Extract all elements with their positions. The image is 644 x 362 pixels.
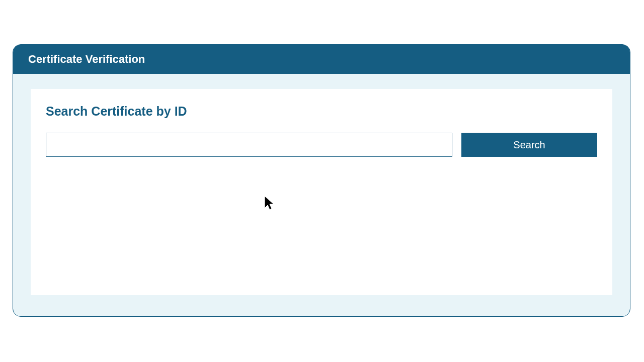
search-panel: Search Certificate by ID Search [31,89,612,295]
search-section-title: Search Certificate by ID [46,104,597,119]
card-header-title: Certificate Verification [28,53,145,66]
card-header: Certificate Verification [13,45,630,74]
card-body: Search Certificate by ID Search [13,74,630,310]
verification-card: Certificate Verification Search Certific… [13,44,630,317]
search-row: Search [46,133,597,157]
certificate-id-input[interactable] [46,133,452,157]
search-button[interactable]: Search [461,133,597,157]
